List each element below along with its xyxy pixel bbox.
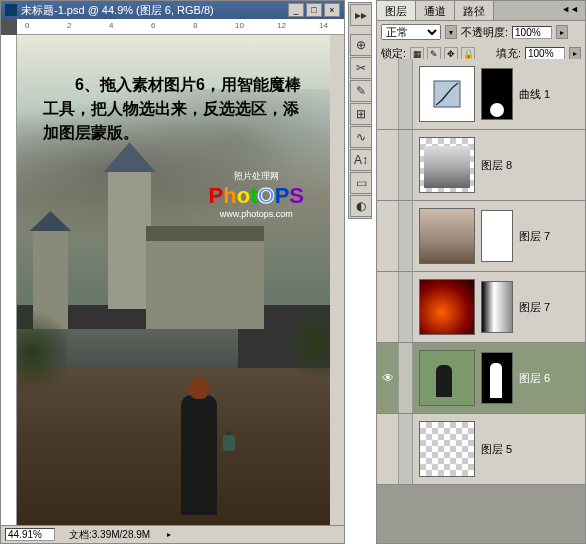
layer-item[interactable]: 图层 7 <box>377 272 585 343</box>
blend-mode-select[interactable]: 正常 <box>381 24 441 40</box>
layer-thumbnail[interactable] <box>419 208 475 264</box>
link-column[interactable] <box>399 59 413 129</box>
tool-arrange[interactable]: ▸▸ <box>350 4 372 26</box>
canvas[interactable]: 6、拖入素材图片6，用智能魔棒工具，把人物选出来，反选选区，添加图层蒙版。 照片… <box>17 35 330 525</box>
tool-slice[interactable]: ✂ <box>350 57 372 79</box>
visibility-toggle[interactable]: 👁 <box>377 343 399 413</box>
panel-menu-icon[interactable]: ◄◄ <box>555 1 585 20</box>
layer-mask[interactable] <box>481 352 513 404</box>
link-column[interactable] <box>399 130 413 200</box>
layers-panel: 图层 通道 路径 ◄◄ 正常 ▾ 不透明度: 100% ▸ 锁定: ▦ ✎ ✥ … <box>376 0 586 544</box>
tab-channels[interactable]: 通道 <box>416 1 455 20</box>
layer-thumbnail[interactable] <box>419 66 475 122</box>
tool-path[interactable]: ∿ <box>350 126 372 148</box>
window-buttons: _ □ × <box>288 3 340 17</box>
visibility-toggle[interactable] <box>377 414 399 484</box>
panel-tabs: 图层 通道 路径 ◄◄ <box>377 1 585 21</box>
layer-mask[interactable] <box>481 210 513 262</box>
layer-mask[interactable] <box>481 281 513 333</box>
layer-name[interactable]: 曲线 1 <box>519 87 550 102</box>
canvas-area: 6、拖入素材图片6，用智能魔棒工具，把人物选出来，反选选区，添加图层蒙版。 照片… <box>17 35 330 525</box>
watermark-url: www.photops.com <box>209 209 304 219</box>
link-column[interactable] <box>399 201 413 271</box>
opacity-field[interactable]: 100% <box>512 26 552 39</box>
layer-mask[interactable] <box>481 68 513 120</box>
close-button[interactable]: × <box>324 3 340 17</box>
link-column[interactable] <box>399 343 413 413</box>
status-bar: 文档:3.39M/28.9M ▸ <box>1 525 344 543</box>
layer-thumbnail[interactable] <box>419 421 475 477</box>
layer-item-curves[interactable]: 曲线 1 <box>377 59 585 130</box>
tool-text[interactable]: A↕ <box>350 149 372 171</box>
tool-zoom[interactable]: ⊕ <box>350 34 372 56</box>
maximize-button[interactable]: □ <box>306 3 322 17</box>
link-column[interactable] <box>399 272 413 342</box>
link-column[interactable] <box>399 414 413 484</box>
tool-brush[interactable]: ✎ <box>350 80 372 102</box>
layer-item[interactable]: 图层 7 <box>377 201 585 272</box>
tab-layers[interactable]: 图层 <box>377 1 416 20</box>
tool-shape[interactable]: ▭ <box>350 172 372 194</box>
status-menu-arrow[interactable]: ▸ <box>164 530 174 540</box>
ruler-horizontal[interactable]: 0 2 4 6 8 10 12 14 <box>17 19 344 35</box>
tab-paths[interactable]: 路径 <box>455 1 494 20</box>
layer-thumbnail[interactable] <box>419 350 475 406</box>
minimize-button[interactable]: _ <box>288 3 304 17</box>
canvas-figure <box>181 395 217 515</box>
scrollbar-vertical[interactable] <box>330 35 344 525</box>
visibility-toggle[interactable] <box>377 272 399 342</box>
tool-strip: ▸▸ ⊕ ✂ ✎ ⊞ ∿ A↕ ▭ ◐ <box>348 2 372 219</box>
watermark: 照片处理网 PhotOPS www.photops.com <box>209 170 304 219</box>
app-icon <box>5 4 17 16</box>
layer-name[interactable]: 图层 5 <box>481 442 512 457</box>
tool-layout[interactable]: ⊞ <box>350 103 372 125</box>
layer-thumbnail[interactable] <box>419 137 475 193</box>
zoom-input[interactable] <box>5 528 55 541</box>
opacity-label: 不透明度: <box>461 25 508 40</box>
tool-mode[interactable]: ◐ <box>350 195 372 217</box>
layer-name[interactable]: 图层 7 <box>519 300 550 315</box>
canvas-foliage-left <box>17 303 67 403</box>
blend-row: 正常 ▾ 不透明度: 100% ▸ <box>377 21 585 43</box>
ruler-vertical[interactable] <box>1 35 17 525</box>
layer-thumbnail[interactable] <box>419 279 475 335</box>
document-window: 未标题-1.psd @ 44.9% (图层 6, RGB/8) _ □ × 0 … <box>0 0 345 544</box>
watermark-label: 照片处理网 <box>209 170 304 183</box>
layer-item-active[interactable]: 👁 图层 6 <box>377 343 585 414</box>
layer-name[interactable]: 图层 6 <box>519 371 550 386</box>
layer-name[interactable]: 图层 7 <box>519 229 550 244</box>
canvas-foliage-right <box>287 298 330 388</box>
layer-item[interactable]: 图层 8 <box>377 130 585 201</box>
curves-icon <box>432 79 462 109</box>
layer-name[interactable]: 图层 8 <box>481 158 512 173</box>
opacity-arrow-icon[interactable]: ▸ <box>556 25 568 39</box>
file-info: 文档:3.39M/28.9M <box>69 528 150 542</box>
layers-list[interactable]: 曲线 1 图层 8 图层 7 图层 7 👁 图层 6 <box>377 59 585 543</box>
visibility-toggle[interactable] <box>377 130 399 200</box>
title-bar[interactable]: 未标题-1.psd @ 44.9% (图层 6, RGB/8) _ □ × <box>1 1 344 19</box>
instruction-text: 6、拖入素材图片6，用智能魔棒工具，把人物选出来，反选选区，添加图层蒙版。 <box>43 73 312 145</box>
visibility-toggle[interactable] <box>377 59 399 129</box>
layer-item[interactable]: 图层 5 <box>377 414 585 485</box>
blend-dropdown-icon[interactable]: ▾ <box>445 25 457 39</box>
visibility-toggle[interactable] <box>377 201 399 271</box>
document-title: 未标题-1.psd @ 44.9% (图层 6, RGB/8) <box>21 3 214 18</box>
